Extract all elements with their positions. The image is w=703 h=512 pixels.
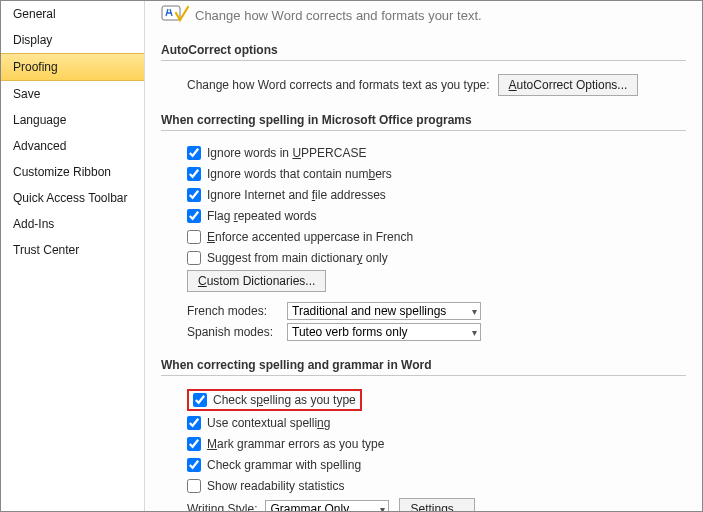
settings-button[interactable]: Settings...: [399, 498, 474, 511]
intro-text: Change how Word corrects and formats you…: [195, 8, 482, 23]
french-accented-checkbox[interactable]: [187, 230, 201, 244]
options-sidebar: General Display Proofing Save Language A…: [1, 1, 145, 511]
sidebar-item-customize-ribbon[interactable]: Customize Ribbon: [1, 159, 144, 185]
french-modes-select[interactable]: [287, 302, 481, 320]
section-autocorrect-title: AutoCorrect options: [161, 43, 686, 61]
flag-repeated-checkbox[interactable]: [187, 209, 201, 223]
proofing-panel: Change how Word corrects and formats you…: [145, 1, 702, 511]
sidebar-item-add-ins[interactable]: Add-Ins: [1, 211, 144, 237]
ignore-numbers-checkbox[interactable]: [187, 167, 201, 181]
french-modes-label: French modes:: [187, 304, 279, 318]
ignore-numbers-label: Ignore words that contain numbers: [207, 167, 392, 181]
writing-style-select[interactable]: [265, 500, 389, 511]
section-word-title: When correcting spelling and grammar in …: [161, 358, 686, 376]
sidebar-item-advanced[interactable]: Advanced: [1, 133, 144, 159]
check-spelling-checkbox[interactable]: [193, 393, 207, 407]
ignore-uppercase-label: Ignore words in UPPERCASE: [207, 146, 366, 160]
autocorrect-options-button[interactable]: AutoCorrect Options...: [498, 74, 639, 96]
contextual-spelling-checkbox[interactable]: [187, 416, 201, 430]
readability-label: Show readability statistics: [207, 479, 344, 493]
proofing-icon: [161, 5, 189, 25]
sidebar-item-general[interactable]: General: [1, 1, 144, 27]
sidebar-item-trust-center[interactable]: Trust Center: [1, 237, 144, 263]
main-dictionary-label: Suggest from main dictionary only: [207, 251, 388, 265]
autocorrect-desc: Change how Word corrects and formats tex…: [187, 78, 490, 92]
ignore-internet-label: Ignore Internet and file addresses: [207, 188, 386, 202]
sidebar-item-save[interactable]: Save: [1, 81, 144, 107]
check-spelling-label: Check spelling as you type: [213, 393, 356, 407]
sidebar-item-display[interactable]: Display: [1, 27, 144, 53]
section-office-title: When correcting spelling in Microsoft Of…: [161, 113, 686, 131]
sidebar-item-quick-access-toolbar[interactable]: Quick Access Toolbar: [1, 185, 144, 211]
check-spelling-highlight: Check spelling as you type: [187, 389, 362, 411]
french-accented-label: Enforce accented uppercase in French: [207, 230, 413, 244]
intro-row: Change how Word corrects and formats you…: [161, 1, 686, 33]
word-options-window: General Display Proofing Save Language A…: [0, 0, 703, 512]
contextual-spelling-label: Use contextual spelling: [207, 416, 330, 430]
check-grammar-spelling-label: Check grammar with spelling: [207, 458, 361, 472]
section-office-spelling: When correcting spelling in Microsoft Of…: [161, 113, 686, 348]
section-autocorrect: AutoCorrect options Change how Word corr…: [161, 43, 686, 103]
spanish-modes-select[interactable]: [287, 323, 481, 341]
custom-dictionaries-button[interactable]: Custom Dictionaries...: [187, 270, 326, 292]
mark-grammar-label: Mark grammar errors as you type: [207, 437, 384, 451]
ignore-internet-checkbox[interactable]: [187, 188, 201, 202]
main-dictionary-checkbox[interactable]: [187, 251, 201, 265]
ignore-uppercase-checkbox[interactable]: [187, 146, 201, 160]
flag-repeated-label: Flag repeated words: [207, 209, 316, 223]
spanish-modes-label: Spanish modes:: [187, 325, 279, 339]
readability-checkbox[interactable]: [187, 479, 201, 493]
section-word-spelling: When correcting spelling and grammar in …: [161, 358, 686, 511]
mark-grammar-checkbox[interactable]: [187, 437, 201, 451]
sidebar-item-language[interactable]: Language: [1, 107, 144, 133]
check-grammar-spelling-checkbox[interactable]: [187, 458, 201, 472]
sidebar-item-proofing[interactable]: Proofing: [1, 53, 144, 81]
writing-style-label: Writing Style:: [187, 502, 257, 511]
